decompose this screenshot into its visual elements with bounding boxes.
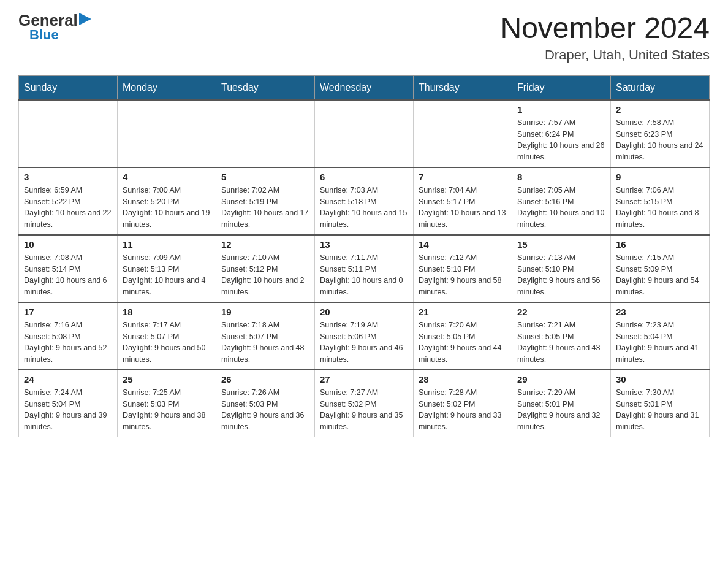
day-number: 12 [221, 239, 309, 250]
day-info: Sunrise: 7:16 AMSunset: 5:08 PMDaylight:… [24, 320, 112, 366]
calendar-cell: 29Sunrise: 7:29 AMSunset: 5:01 PMDayligh… [512, 370, 611, 437]
week-row-4: 17Sunrise: 7:16 AMSunset: 5:08 PMDayligh… [19, 302, 710, 370]
day-info: Sunrise: 7:00 AMSunset: 5:20 PMDaylight:… [123, 185, 211, 231]
day-info: Sunrise: 7:09 AMSunset: 5:13 PMDaylight:… [123, 252, 211, 298]
calendar-cell: 19Sunrise: 7:18 AMSunset: 5:07 PMDayligh… [216, 302, 315, 370]
day-number: 15 [517, 239, 605, 250]
day-number: 10 [24, 239, 112, 250]
calendar-cell: 20Sunrise: 7:19 AMSunset: 5:06 PMDayligh… [315, 302, 414, 370]
day-number: 28 [419, 374, 507, 385]
day-number: 5 [221, 172, 309, 182]
calendar-cell: 7Sunrise: 7:04 AMSunset: 5:17 PMDaylight… [414, 167, 512, 235]
col-thursday: Thursday [414, 75, 512, 100]
calendar-cell: 24Sunrise: 7:24 AMSunset: 5:04 PMDayligh… [19, 370, 118, 437]
calendar-cell: 12Sunrise: 7:10 AMSunset: 5:12 PMDayligh… [216, 235, 315, 302]
calendar-cell: 14Sunrise: 7:12 AMSunset: 5:10 PMDayligh… [414, 235, 512, 302]
svg-marker-0 [79, 13, 91, 25]
day-number: 22 [517, 307, 605, 317]
day-info: Sunrise: 7:57 AMSunset: 6:24 PMDaylight:… [517, 117, 605, 163]
logo[interactable]: General Blue [18, 12, 91, 42]
day-info: Sunrise: 7:08 AMSunset: 5:14 PMDaylight:… [24, 252, 112, 298]
day-number: 14 [419, 239, 507, 250]
day-number: 20 [320, 307, 408, 317]
day-info: Sunrise: 7:04 AMSunset: 5:17 PMDaylight:… [419, 185, 507, 231]
calendar-cell [216, 100, 315, 167]
day-number: 26 [221, 374, 309, 385]
calendar-cell [315, 100, 414, 167]
day-number: 24 [24, 374, 112, 385]
day-number: 8 [517, 172, 605, 182]
day-number: 1 [517, 104, 605, 115]
calendar-cell: 28Sunrise: 7:28 AMSunset: 5:02 PMDayligh… [414, 370, 512, 437]
calendar-cell: 11Sunrise: 7:09 AMSunset: 5:13 PMDayligh… [118, 235, 216, 302]
calendar-cell: 1Sunrise: 7:57 AMSunset: 6:24 PMDaylight… [512, 100, 611, 167]
day-info: Sunrise: 7:21 AMSunset: 5:05 PMDaylight:… [517, 320, 605, 366]
day-number: 2 [616, 104, 704, 115]
col-saturday: Saturday [611, 75, 710, 100]
day-info: Sunrise: 7:23 AMSunset: 5:04 PMDaylight:… [616, 320, 704, 366]
title-area: November 2024 Draper, Utah, United State… [500, 12, 710, 63]
week-row-2: 3Sunrise: 6:59 AMSunset: 5:22 PMDaylight… [19, 167, 710, 235]
calendar-cell: 17Sunrise: 7:16 AMSunset: 5:08 PMDayligh… [19, 302, 118, 370]
day-info: Sunrise: 7:02 AMSunset: 5:19 PMDaylight:… [221, 185, 309, 231]
page-header: General Blue November 2024 Draper, Utah,… [18, 12, 710, 63]
day-number: 16 [616, 239, 704, 250]
week-row-3: 10Sunrise: 7:08 AMSunset: 5:14 PMDayligh… [19, 235, 710, 302]
calendar-cell [118, 100, 216, 167]
day-info: Sunrise: 7:11 AMSunset: 5:11 PMDaylight:… [320, 252, 408, 298]
calendar-cell: 5Sunrise: 7:02 AMSunset: 5:19 PMDaylight… [216, 167, 315, 235]
calendar-cell: 9Sunrise: 7:06 AMSunset: 5:15 PMDaylight… [611, 167, 710, 235]
month-title: November 2024 [500, 12, 710, 45]
calendar-cell: 13Sunrise: 7:11 AMSunset: 5:11 PMDayligh… [315, 235, 414, 302]
calendar-cell: 10Sunrise: 7:08 AMSunset: 5:14 PMDayligh… [19, 235, 118, 302]
col-tuesday: Tuesday [216, 75, 315, 100]
col-wednesday: Wednesday [315, 75, 414, 100]
col-sunday: Sunday [19, 75, 118, 100]
calendar-cell: 4Sunrise: 7:00 AMSunset: 5:20 PMDaylight… [118, 167, 216, 235]
day-info: Sunrise: 7:30 AMSunset: 5:01 PMDaylight:… [616, 387, 704, 433]
col-monday: Monday [118, 75, 216, 100]
calendar-cell: 30Sunrise: 7:30 AMSunset: 5:01 PMDayligh… [611, 370, 710, 437]
day-number: 18 [123, 307, 211, 317]
day-number: 3 [24, 172, 112, 182]
day-number: 9 [616, 172, 704, 182]
calendar-table: Sunday Monday Tuesday Wednesday Thursday… [18, 75, 710, 437]
day-number: 17 [24, 307, 112, 317]
day-info: Sunrise: 7:26 AMSunset: 5:03 PMDaylight:… [221, 387, 309, 433]
logo-blue-text: Blue [29, 28, 59, 42]
calendar-cell: 3Sunrise: 6:59 AMSunset: 5:22 PMDaylight… [19, 167, 118, 235]
day-info: Sunrise: 7:18 AMSunset: 5:07 PMDaylight:… [221, 320, 309, 366]
calendar-cell: 22Sunrise: 7:21 AMSunset: 5:05 PMDayligh… [512, 302, 611, 370]
day-number: 21 [419, 307, 507, 317]
day-info: Sunrise: 7:28 AMSunset: 5:02 PMDaylight:… [419, 387, 507, 433]
calendar-cell: 16Sunrise: 7:15 AMSunset: 5:09 PMDayligh… [611, 235, 710, 302]
day-number: 7 [419, 172, 507, 182]
day-number: 29 [517, 374, 605, 385]
day-info: Sunrise: 7:20 AMSunset: 5:05 PMDaylight:… [419, 320, 507, 366]
day-number: 4 [123, 172, 211, 182]
logo-general-text: General [18, 12, 78, 28]
calendar-cell: 26Sunrise: 7:26 AMSunset: 5:03 PMDayligh… [216, 370, 315, 437]
day-info: Sunrise: 7:19 AMSunset: 5:06 PMDaylight:… [320, 320, 408, 366]
calendar-header-row: Sunday Monday Tuesday Wednesday Thursday… [19, 75, 710, 100]
day-info: Sunrise: 7:15 AMSunset: 5:09 PMDaylight:… [616, 252, 704, 298]
day-info: Sunrise: 7:05 AMSunset: 5:16 PMDaylight:… [517, 185, 605, 231]
calendar-cell: 8Sunrise: 7:05 AMSunset: 5:16 PMDaylight… [512, 167, 611, 235]
week-row-5: 24Sunrise: 7:24 AMSunset: 5:04 PMDayligh… [19, 370, 710, 437]
calendar-cell: 21Sunrise: 7:20 AMSunset: 5:05 PMDayligh… [414, 302, 512, 370]
day-info: Sunrise: 7:29 AMSunset: 5:01 PMDaylight:… [517, 387, 605, 433]
day-number: 23 [616, 307, 704, 317]
day-info: Sunrise: 7:24 AMSunset: 5:04 PMDaylight:… [24, 387, 112, 433]
day-number: 11 [123, 239, 211, 250]
day-info: Sunrise: 7:06 AMSunset: 5:15 PMDaylight:… [616, 185, 704, 231]
calendar-cell: 18Sunrise: 7:17 AMSunset: 5:07 PMDayligh… [118, 302, 216, 370]
calendar-cell: 27Sunrise: 7:27 AMSunset: 5:02 PMDayligh… [315, 370, 414, 437]
day-info: Sunrise: 7:13 AMSunset: 5:10 PMDaylight:… [517, 252, 605, 298]
calendar-cell: 6Sunrise: 7:03 AMSunset: 5:18 PMDaylight… [315, 167, 414, 235]
calendar-cell: 2Sunrise: 7:58 AMSunset: 6:23 PMDaylight… [611, 100, 710, 167]
calendar-cell [414, 100, 512, 167]
logo-triangle-icon [79, 13, 91, 25]
day-info: Sunrise: 7:25 AMSunset: 5:03 PMDaylight:… [123, 387, 211, 433]
day-number: 6 [320, 172, 408, 182]
day-number: 27 [320, 374, 408, 385]
